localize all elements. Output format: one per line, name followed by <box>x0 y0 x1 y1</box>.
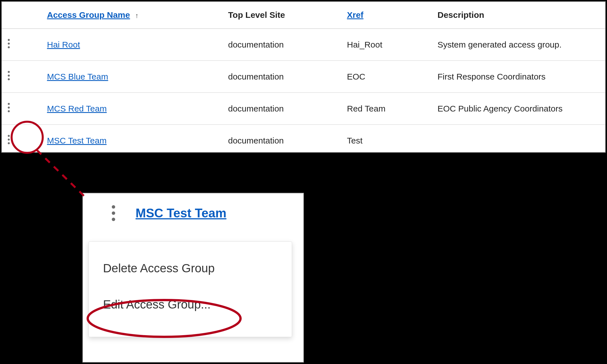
menu-item-delete-access-group[interactable]: Delete Access Group <box>89 250 292 286</box>
svg-point-7 <box>8 107 10 109</box>
access-group-name-link[interactable]: MSC Test Team <box>47 136 107 145</box>
svg-point-2 <box>8 46 10 48</box>
cell-description: First Response Coordinators <box>435 61 605 93</box>
access-group-name-link[interactable]: MCS Blue Team <box>47 72 108 81</box>
cell-description: System generated access group. <box>435 29 605 61</box>
cell-description: EOC Public Agency Coordinators <box>435 93 605 125</box>
row-actions-icon[interactable] <box>111 205 116 222</box>
header-xref-link[interactable]: Xref <box>347 10 363 20</box>
row-actions-icon[interactable] <box>5 70 13 81</box>
row-actions-icon[interactable] <box>5 102 13 113</box>
row-actions-menu: Delete Access Group Edit Access Group... <box>89 241 292 337</box>
svg-point-6 <box>8 103 10 105</box>
menu-item-edit-access-group[interactable]: Edit Access Group... <box>89 286 292 323</box>
cell-top-level-site: documentation <box>225 29 344 61</box>
header-actions <box>2 2 44 29</box>
cell-xref: Hai_Root <box>344 29 435 61</box>
row-actions-icon[interactable] <box>5 38 13 49</box>
table-header-row: Access Group Name ↑ Top Level Site Xref … <box>2 2 605 29</box>
svg-point-10 <box>8 139 10 141</box>
table-row: Hai Root documentation Hai_Root System g… <box>2 29 605 61</box>
table-row: MCS Red Team documentation Red Team EOC … <box>2 93 605 125</box>
table-row: MCS Blue Team documentation EOC First Re… <box>2 61 605 93</box>
cell-top-level-site: documentation <box>225 61 344 93</box>
cell-xref: EOC <box>344 61 435 93</box>
callout-row-name-link[interactable]: MSC Test Team <box>136 206 226 220</box>
header-access-group-name-link[interactable]: Access Group Name <box>47 10 130 20</box>
cell-top-level-site: documentation <box>225 125 344 156</box>
header-description: Description <box>435 2 605 29</box>
access-group-name-link[interactable]: Hai Root <box>47 40 80 49</box>
access-group-table-panel: Access Group Name ↑ Top Level Site Xref … <box>1 1 606 153</box>
cell-description <box>435 125 605 156</box>
cell-xref: Test <box>344 125 435 156</box>
access-group-name-link[interactable]: MCS Red Team <box>47 104 107 113</box>
cell-top-level-site: documentation <box>225 93 344 125</box>
svg-point-12 <box>112 205 115 209</box>
header-xref[interactable]: Xref <box>344 2 435 29</box>
access-group-table: Access Group Name ↑ Top Level Site Xref … <box>2 2 605 156</box>
svg-point-4 <box>8 75 10 77</box>
svg-point-0 <box>8 39 10 41</box>
header-access-group-name[interactable]: Access Group Name ↑ <box>44 2 225 29</box>
sort-ascending-icon: ↑ <box>135 12 139 19</box>
annotation-connector-line <box>37 150 86 198</box>
svg-point-3 <box>8 71 10 73</box>
svg-point-13 <box>112 211 115 215</box>
svg-point-11 <box>8 142 10 144</box>
cell-xref: Red Team <box>344 93 435 125</box>
svg-point-5 <box>8 78 10 80</box>
callout-header: MSC Test Team <box>83 193 303 233</box>
row-actions-callout: MSC Test Team Delete Access Group Edit A… <box>82 193 304 363</box>
svg-point-14 <box>112 218 115 221</box>
svg-point-1 <box>8 43 10 45</box>
svg-point-8 <box>8 110 10 112</box>
svg-point-9 <box>8 135 10 137</box>
table-row: MSC Test Team documentation Test <box>2 125 605 156</box>
header-top-level-site: Top Level Site <box>225 2 344 29</box>
row-actions-icon[interactable] <box>5 134 13 145</box>
